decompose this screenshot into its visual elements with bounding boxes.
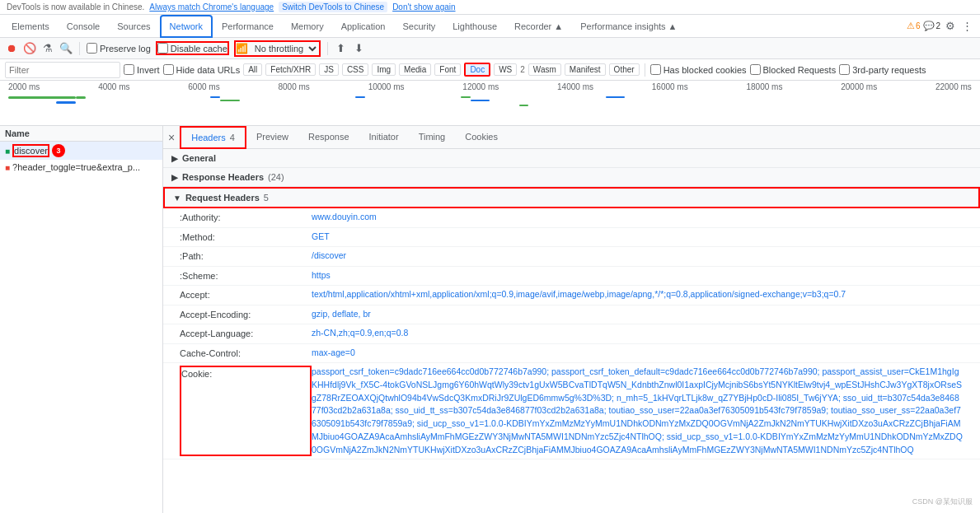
header-row-method: :Method: GET: [163, 228, 980, 248]
request-item-header-toggle[interactable]: ■ ?header_toggle=true&extra_p...: [0, 160, 162, 175]
has-blocked-cookies-checkbox[interactable]: Has blocked cookies: [650, 64, 747, 75]
notification-text: DevTools is now available in Chinese.: [7, 2, 144, 12]
filter-wasm-btn[interactable]: Wasm: [528, 63, 561, 76]
filter-font-btn[interactable]: Font: [434, 63, 461, 76]
filter-media-btn[interactable]: Media: [399, 63, 431, 76]
header-name-scheme: :Scheme:: [180, 269, 312, 283]
export-icon[interactable]: ⬇: [353, 42, 366, 55]
preserve-log-label: Preserve log: [100, 44, 151, 54]
invert-checkbox[interactable]: Invert: [124, 64, 160, 75]
detail-tab-response[interactable]: Response: [298, 126, 359, 149]
disable-cache-input[interactable]: [157, 43, 168, 54]
alert-icon: ⚠: [907, 21, 915, 31]
tab-elements[interactable]: Elements: [3, 15, 58, 38]
clear-icon[interactable]: 🚫: [23, 42, 36, 55]
response-headers-section-header[interactable]: ▶ Response Headers (24): [163, 168, 980, 187]
header-name-authority: :Authority:: [180, 211, 312, 225]
header-value-method: GET: [312, 231, 964, 245]
throttle-select[interactable]: No throttling: [250, 42, 319, 55]
comment-count[interactable]: 2: [935, 21, 940, 30]
network-toolbar: ⏺ 🚫 ⚗ 🔍 Preserve log Disable cache 📶 No …: [0, 38, 980, 59]
tab-memory[interactable]: Memory: [283, 15, 332, 38]
third-party-input[interactable]: [839, 64, 850, 75]
separator2: [327, 42, 328, 55]
tab-lighthouse[interactable]: Lighthouse: [444, 15, 505, 38]
detail-tab-cookies[interactable]: Cookies: [455, 126, 508, 149]
separator3: [645, 63, 645, 77]
filter-manifest-btn[interactable]: Manifest: [565, 63, 606, 76]
third-party-checkbox[interactable]: 3rd-party requests: [839, 64, 926, 75]
wifi-icon: 📶: [236, 43, 248, 54]
filter-fetch-btn[interactable]: Fetch/XHR: [265, 63, 316, 76]
header-name-accept: Accept:: [180, 288, 312, 302]
third-party-label: 3rd-party requests: [852, 65, 926, 75]
tab-security[interactable]: Security: [394, 15, 443, 38]
alert-count[interactable]: 6: [916, 21, 921, 30]
request-headers-body: :Authority: www.douyin.com :Method: GET …: [163, 208, 980, 459]
filter-icon[interactable]: ⚗: [41, 42, 54, 55]
detail-tab-headers[interactable]: Headers 4: [180, 126, 246, 149]
tab-application[interactable]: Application: [333, 15, 394, 38]
record-icon[interactable]: ⏺: [5, 42, 18, 55]
tab-performance-insights[interactable]: Performance insights ▲: [572, 15, 685, 38]
detail-content[interactable]: ▶ General ▶ Response Headers (24) ▼ Requ…: [163, 149, 980, 513]
tab-console[interactable]: Console: [59, 15, 108, 38]
notification-link3[interactable]: Don't show again: [392, 2, 455, 12]
requests-column-header: Name: [0, 126, 162, 142]
header-value-cookie: passport_csrf_token=c9dadc716ee664cc0d0b…: [312, 366, 964, 456]
timeline-tracks: [8, 93, 972, 124]
filter-js-btn[interactable]: JS: [319, 63, 339, 76]
detail-tab-timing[interactable]: Timing: [409, 126, 456, 149]
header-value-accept-language: zh-CN,zh;q=0.9,en;q=0.8: [312, 327, 964, 341]
header-row-cookie: Cookie: passport_csrf_token=c9dadc716ee6…: [163, 363, 980, 459]
has-blocked-cookies-input[interactable]: [650, 64, 661, 75]
notification-link1[interactable]: Always match Chrome's language: [149, 2, 274, 12]
filter-input[interactable]: [5, 62, 120, 78]
filter-other-btn[interactable]: Other: [609, 63, 640, 76]
header-row-scheme: :Scheme: https: [163, 267, 980, 287]
filter-img-btn[interactable]: Img: [372, 63, 396, 76]
notification-link2[interactable]: Switch DevTools to Chinese: [279, 2, 387, 12]
throttle-select-wrapper[interactable]: 📶 No throttling: [234, 40, 321, 57]
tab-recorder[interactable]: Recorder ▲: [506, 15, 571, 38]
tab-sources[interactable]: Sources: [109, 15, 158, 38]
filter-doc-btn[interactable]: Doc: [464, 63, 490, 77]
filter-css-btn[interactable]: CSS: [342, 63, 369, 76]
cookies-tab-label: Cookies: [465, 132, 498, 142]
header-row-cache-control: Cache-Control: max-age=0: [163, 344, 980, 364]
more-options-icon[interactable]: ⋮: [960, 20, 973, 33]
detail-tab-preview[interactable]: Preview: [246, 126, 298, 149]
hide-data-urls-checkbox[interactable]: Hide data URLs: [163, 64, 241, 75]
disable-cache-checkbox[interactable]: Disable cache: [156, 41, 229, 55]
tab-performance[interactable]: Performance: [213, 15, 282, 38]
filter-all-btn[interactable]: All: [243, 63, 262, 76]
blocked-requests-checkbox[interactable]: Blocked Requests: [750, 64, 837, 75]
filter-ws-btn[interactable]: WS: [494, 63, 517, 76]
filter-ws2-label: 2: [520, 65, 525, 74]
header-row-accept-language: Accept-Language: zh-CN,zh;q=0.9,en;q=0.8: [163, 324, 980, 344]
preserve-log-checkbox[interactable]: Preserve log: [87, 43, 151, 54]
response-headers-arrow-icon: ▶: [171, 173, 178, 182]
request-name-header-toggle: ?header_toggle=true&extra_p...: [12, 162, 140, 172]
filter-row: Invert Hide data URLs All Fetch/XHR JS C…: [0, 59, 980, 81]
request-item-discover[interactable]: ■ discover 3: [0, 142, 162, 160]
request-headers-badge: 5: [264, 193, 269, 203]
detail-tab-initiator[interactable]: Initiator: [359, 126, 409, 149]
blocked-requests-input[interactable]: [750, 64, 761, 75]
header-value-accept-encoding: gzip, deflate, br: [312, 308, 964, 322]
header-value-accept: text/html,application/xhtml+xml,applicat…: [312, 288, 964, 302]
header-name-method: :Method:: [180, 231, 312, 245]
separator1: [79, 42, 80, 55]
tab-network[interactable]: Network: [160, 15, 213, 38]
invert-input[interactable]: [124, 64, 134, 75]
general-section-header[interactable]: ▶ General: [163, 149, 980, 168]
header-name-cache-control: Cache-Control:: [180, 347, 312, 361]
timeline-area[interactable]: 2000 ms 4000 ms 6000 ms 8000 ms 10000 ms…: [0, 81, 980, 126]
preserve-log-input[interactable]: [87, 43, 97, 54]
request-headers-section-header[interactable]: ▼ Request Headers 5: [163, 187, 980, 208]
import-icon[interactable]: ⬆: [335, 42, 348, 55]
hide-data-urls-input[interactable]: [163, 64, 174, 75]
settings-icon[interactable]: ⚙: [944, 20, 957, 33]
search-icon[interactable]: 🔍: [59, 42, 73, 55]
close-detail-button[interactable]: ×: [163, 131, 180, 144]
